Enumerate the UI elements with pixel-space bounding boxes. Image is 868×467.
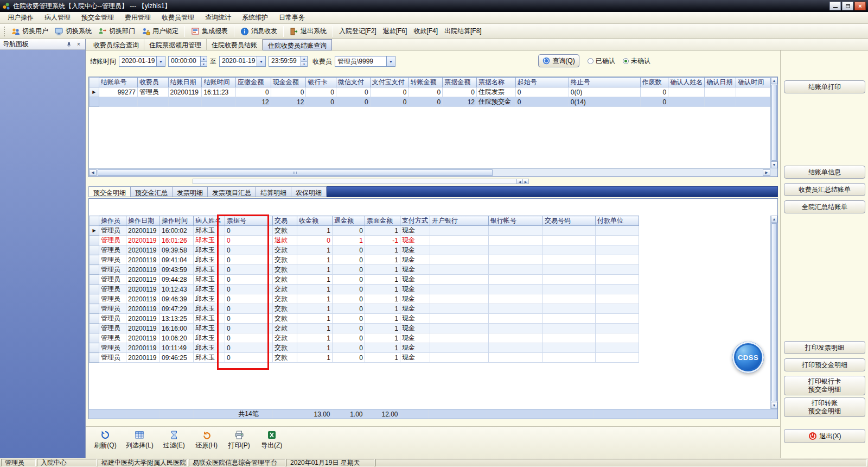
table-row[interactable]: 管理员2020011909:41:04邱木玉0交款101现金	[90, 255, 639, 265]
cell[interactable]	[543, 304, 596, 314]
cell[interactable]: 1	[365, 245, 400, 255]
column-header[interactable]: 结账日期	[168, 78, 202, 87]
cell[interactable]: 09:39:58	[160, 245, 194, 255]
receive-payment-button[interactable]: 收款[F4]	[411, 25, 441, 37]
cell[interactable]: 交款	[273, 275, 297, 285]
column-header[interactable]: 退金额	[333, 216, 365, 226]
cell[interactable]: 0	[333, 245, 365, 255]
cell[interactable]: 16:11:23	[202, 87, 236, 97]
cell[interactable]	[489, 343, 543, 353]
scrollbar-thumb[interactable]	[771, 85, 777, 161]
cell[interactable]: 交款	[273, 285, 297, 294]
tab-deposit-summary[interactable]: 预交金汇总	[131, 186, 173, 197]
cell[interactable]	[596, 255, 639, 265]
switch-user-button[interactable]: 切换用户	[9, 25, 51, 37]
cell[interactable]: 0	[333, 353, 365, 363]
cell[interactable]: 20200119	[126, 343, 160, 353]
cell[interactable]	[543, 353, 596, 363]
cell[interactable]: 管理员	[99, 255, 126, 265]
cell[interactable]: 现金	[400, 245, 430, 255]
column-header[interactable]: 终止号	[569, 78, 640, 87]
cell[interactable]: 0	[225, 353, 273, 363]
column-header[interactable]: 票据名称	[476, 78, 515, 87]
cell[interactable]: 20200119	[126, 255, 160, 265]
cell[interactable]: 1	[365, 304, 400, 314]
column-header[interactable]: 结账单号	[99, 78, 137, 87]
column-header[interactable]: 作废数	[640, 78, 668, 87]
cell[interactable]	[489, 236, 543, 245]
cell[interactable]: 0	[297, 236, 333, 245]
vertical-scrollbar[interactable]: ▲ ▼	[770, 77, 777, 168]
cell[interactable]: 1	[365, 255, 400, 265]
cell[interactable]: 邱木玉	[194, 226, 225, 236]
cell[interactable]: 现金	[400, 333, 430, 343]
cell[interactable]: 0	[333, 255, 365, 265]
cell[interactable]: 管理员	[99, 265, 126, 275]
table-row[interactable]: ▶99277管理员2020011916:11:230000000住院发票00(0…	[90, 87, 770, 97]
column-header[interactable]: 银行帐号	[489, 216, 543, 226]
cell[interactable]: 现金	[400, 236, 430, 245]
cell[interactable]	[430, 294, 489, 304]
cell[interactable]: 邱木玉	[194, 343, 225, 353]
cell[interactable]	[489, 265, 543, 275]
cell[interactable]	[736, 87, 770, 97]
cell[interactable]	[138, 97, 169, 107]
tab-invoice-detail[interactable]: 发票明细	[173, 186, 208, 197]
scroll-left-icon[interactable]: ◀	[89, 169, 97, 176]
cell[interactable]	[596, 324, 639, 333]
cell[interactable]: 管理员	[99, 226, 126, 236]
cell[interactable]	[596, 353, 639, 363]
cell[interactable]: 0	[333, 333, 365, 343]
table-row[interactable]: 管理员2020011910:11:49邱木玉0交款101现金	[90, 343, 639, 353]
cell[interactable]	[543, 324, 596, 333]
exit-system-button[interactable]: 退出系统	[287, 25, 329, 37]
menu-system-maint[interactable]: 系统维护	[237, 11, 273, 24]
cell[interactable]: 管理员	[138, 87, 169, 97]
cell[interactable]: 现金	[400, 304, 430, 314]
cell[interactable]	[430, 333, 489, 343]
cell[interactable]: 10:11:49	[160, 343, 194, 353]
column-header[interactable]: 病人姓名	[194, 216, 225, 226]
cell[interactable]	[489, 353, 543, 363]
cell[interactable]: 1	[297, 285, 333, 294]
vertical-scrollbar[interactable]: ▲ ▼	[770, 216, 777, 409]
tab-ticket-mgmt[interactable]: 住院票据领用管理	[144, 39, 207, 50]
cell[interactable]: 邱木玉	[194, 265, 225, 275]
cell[interactable]	[543, 245, 596, 255]
cell[interactable]	[596, 226, 639, 236]
table-row[interactable]: 管理员2020011909:47:29邱木玉0交款101现金	[90, 304, 639, 314]
cell[interactable]	[430, 353, 489, 363]
cell[interactable]: 现金	[400, 294, 430, 304]
cell[interactable]: 0	[225, 343, 273, 353]
cell[interactable]: 1	[297, 265, 333, 275]
cell[interactable]: 0	[225, 324, 273, 333]
cell[interactable]: 0	[333, 304, 365, 314]
cell[interactable]: 20200119	[126, 353, 160, 363]
cell[interactable]: 管理员	[99, 333, 126, 343]
tab-invoice-item-summary[interactable]: 发票项目汇总	[208, 186, 256, 197]
time-from-spinner[interactable]: 00:00:00 ▲▼	[168, 56, 207, 67]
scroll-left-icon[interactable]: ◀	[516, 179, 522, 184]
table-row[interactable]: 1212000012住院预交金00(14)0	[90, 97, 770, 107]
cell[interactable]: 10:12:43	[160, 285, 194, 294]
menu-patient-mgmt[interactable]: 病人管理	[39, 11, 76, 24]
column-header[interactable]: 操作员	[99, 216, 126, 226]
column-header[interactable]: 支付宝支付	[370, 78, 409, 87]
column-header[interactable]: 开户银行	[430, 216, 489, 226]
chevron-down-icon[interactable]: ▼	[257, 56, 265, 66]
cell[interactable]: 0(14)	[569, 97, 640, 107]
column-header[interactable]: 确认日期	[705, 78, 736, 87]
cell[interactable]: 1	[297, 353, 333, 363]
cell[interactable]	[543, 226, 596, 236]
table-row[interactable]: 管理员2020011916:16:00邱木玉0交款101现金	[90, 324, 639, 333]
column-header[interactable]: 现金金额	[271, 78, 306, 87]
cell[interactable]	[543, 294, 596, 304]
table-row[interactable]: 管理员2020011909:39:58邱木玉0交款101现金	[90, 245, 639, 255]
scroll-right-icon[interactable]: ▶	[522, 179, 528, 184]
cell[interactable]: 0	[333, 343, 365, 353]
cell[interactable]: 0	[333, 275, 365, 285]
cell[interactable]: 0	[225, 285, 273, 294]
close-button[interactable]: ×	[854, 2, 866, 10]
cell[interactable]	[543, 314, 596, 324]
cell[interactable]: 现金	[400, 255, 430, 265]
